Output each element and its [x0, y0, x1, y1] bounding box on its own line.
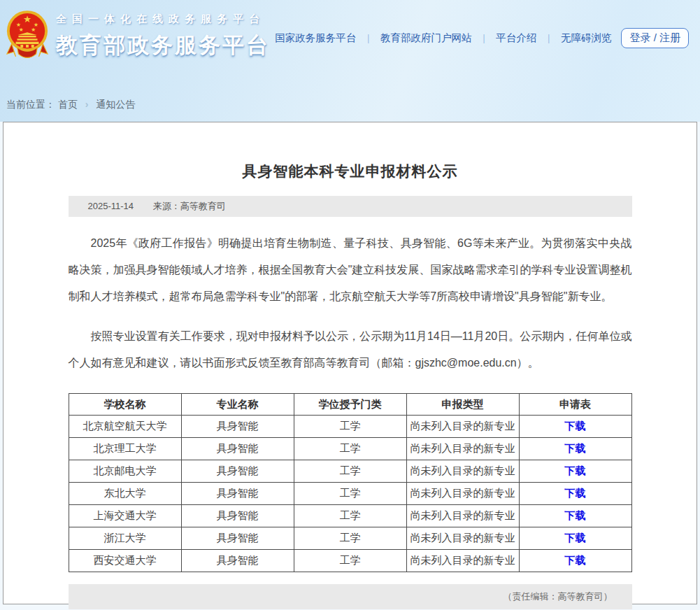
download-link[interactable]: 下载	[565, 464, 586, 476]
table-row: 浙江大学具身智能工学尚未列入目录的新专业下载	[69, 527, 631, 550]
col-header-major: 专业名称	[181, 394, 294, 416]
degree-category-cell: 工学	[294, 438, 406, 460]
nav-link-accessibility[interactable]: 无障碍浏览	[561, 31, 612, 45]
paragraph: 按照专业设置有关工作要求，现对申报材料予以公示，公示期为11月14日—11月20…	[69, 323, 632, 376]
school-name-cell: 东北大学	[69, 483, 181, 505]
download-link[interactable]: 下载	[565, 532, 586, 544]
application-type-cell: 尚未列入目录的新专业	[406, 550, 519, 572]
page-header-band: ★ ★ ★ ★ ★ 全国一体化在线政务服务平台 教育部政务服务平台 国家政务服务…	[0, 0, 700, 122]
article-body: 2025年《政府工作报告》明确提出培育生物制造、量子科技、具身智能、6G等未来产…	[69, 230, 632, 376]
breadcrumb: 当前位置： 首页 › 通知公告	[6, 99, 135, 111]
school-name-cell: 北京航空航天大学	[69, 416, 181, 438]
major-name-cell: 具身智能	[181, 483, 294, 505]
application-type-cell: 尚未列入目录的新专业	[406, 438, 519, 460]
degree-category-cell: 工学	[294, 416, 406, 438]
application-form-cell: 下载	[519, 483, 631, 505]
school-name-cell: 北京邮电大学	[69, 460, 181, 483]
top-navigation: 国家政务服务平台 ｜ 教育部政府门户网站 ｜ 平台介绍 ｜ 无障碍浏览 登录 /…	[275, 28, 689, 48]
major-name-cell: 具身智能	[181, 416, 294, 438]
breadcrumb-prefix: 当前位置：	[6, 99, 55, 110]
nav-separator: ｜	[480, 32, 489, 45]
breadcrumb-notices-link[interactable]: 通知公告	[96, 99, 135, 110]
school-name-cell: 北京理工大学	[69, 438, 181, 460]
school-name-cell: 西安交通大学	[69, 550, 181, 572]
application-type-cell: 尚未列入目录的新专业	[406, 505, 519, 527]
svg-text:★: ★	[23, 14, 31, 24]
application-form-cell: 下载	[519, 416, 631, 438]
login-register-button[interactable]: 登录 / 注册	[621, 28, 689, 48]
major-name-cell: 具身智能	[181, 460, 294, 483]
major-name-cell: 具身智能	[181, 505, 294, 527]
col-header-school: 学校名称	[69, 394, 181, 416]
application-form-cell: 下载	[519, 550, 631, 572]
article-title: 具身智能本科专业申报材料公示	[69, 162, 632, 181]
download-link[interactable]: 下载	[565, 554, 586, 566]
article-content: 具身智能本科专业申报材料公示 2025-11-14 来源：高等教育司 2025年…	[69, 122, 632, 609]
nav-link-platform-intro[interactable]: 平台介绍	[496, 31, 536, 45]
breadcrumb-separator: ›	[85, 99, 89, 110]
degree-category-cell: 工学	[294, 460, 406, 483]
table-row: 东北大学具身智能工学尚未列入目录的新专业下载	[69, 483, 631, 505]
application-form-cell: 下载	[519, 460, 631, 483]
degree-category-cell: 工学	[294, 527, 406, 550]
application-type-cell: 尚未列入目录的新专业	[406, 483, 519, 505]
application-table: 学校名称 专业名称 学位授予门类 申报类型 申请表 北京航空航天大学具身智能工学…	[69, 393, 632, 572]
school-name-cell: 上海交通大学	[69, 505, 181, 527]
table-row: 北京邮电大学具身智能工学尚未列入目录的新专业下载	[69, 460, 631, 483]
table-row: 北京理工大学具身智能工学尚未列入目录的新专业下载	[69, 438, 631, 460]
svg-text:★: ★	[19, 27, 24, 33]
platform-tagline: 全国一体化在线政务服务平台	[56, 13, 270, 26]
publish-date: 2025-11-14	[88, 201, 134, 211]
nav-link-moe-portal[interactable]: 教育部政府门户网站	[380, 31, 472, 45]
major-name-cell: 具身智能	[181, 438, 294, 460]
application-type-cell: 尚未列入目录的新专业	[406, 460, 519, 483]
school-name-cell: 浙江大学	[69, 527, 181, 550]
download-link[interactable]: 下载	[565, 509, 586, 521]
paragraph: 2025年《政府工作报告》明确提出培育生物制造、量子科技、具身智能、6G等未来产…	[69, 230, 632, 310]
site-brand: ★ ★ ★ ★ ★ 全国一体化在线政务服务平台 教育部政务服务平台	[6, 7, 270, 63]
nav-separator: ｜	[364, 32, 373, 45]
application-table-body: 北京航空航天大学具身智能工学尚未列入目录的新专业下载北京理工大学具身智能工学尚未…	[69, 416, 631, 572]
major-name-cell: 具身智能	[181, 527, 294, 550]
table-row: 上海交通大学具身智能工学尚未列入目录的新专业下载	[69, 505, 631, 527]
col-header-form: 申请表	[519, 394, 631, 416]
col-header-degree: 学位授予门类	[294, 394, 406, 416]
editor-note: （责任编辑：高等教育司）	[503, 591, 613, 602]
application-form-cell: 下载	[519, 505, 631, 527]
application-form-cell: 下载	[519, 527, 631, 550]
table-header-row: 学校名称 专业名称 学位授予门类 申报类型 申请表	[69, 394, 631, 416]
nav-separator: ｜	[544, 32, 553, 45]
application-type-cell: 尚未列入目录的新专业	[406, 527, 519, 550]
article-source: 来源：高等教育司	[153, 201, 226, 211]
article-meta-bar: 2025-11-14 来源：高等教育司	[69, 196, 632, 217]
application-type-cell: 尚未列入目录的新专业	[406, 416, 519, 438]
application-form-cell: 下载	[519, 438, 631, 460]
article-panel: 具身智能本科专业申报材料公示 2025-11-14 来源：高等教育司 2025年…	[3, 122, 697, 604]
brand-text: 全国一体化在线政务服务平台 教育部政务服务平台	[56, 13, 270, 63]
site-title: 教育部政务服务平台	[56, 31, 270, 60]
degree-category-cell: 工学	[294, 505, 406, 527]
svg-text:★: ★	[31, 27, 36, 33]
download-link[interactable]: 下载	[565, 420, 586, 432]
col-header-type: 申报类型	[406, 394, 519, 416]
nav-link-national-platform[interactable]: 国家政务服务平台	[275, 31, 356, 45]
major-name-cell: 具身智能	[181, 550, 294, 572]
download-link[interactable]: 下载	[565, 442, 586, 454]
table-row: 西安交通大学具身智能工学尚未列入目录的新专业下载	[69, 550, 631, 572]
degree-category-cell: 工学	[294, 550, 406, 572]
degree-category-cell: 工学	[294, 483, 406, 505]
national-emblem-logo: ★ ★ ★ ★ ★	[6, 7, 49, 63]
table-row: 北京航空航天大学具身智能工学尚未列入目录的新专业下载	[69, 416, 631, 438]
breadcrumb-home-link[interactable]: 首页	[58, 99, 78, 110]
download-link[interactable]: 下载	[565, 487, 586, 499]
editor-bar: （责任编辑：高等教育司）	[69, 584, 632, 609]
